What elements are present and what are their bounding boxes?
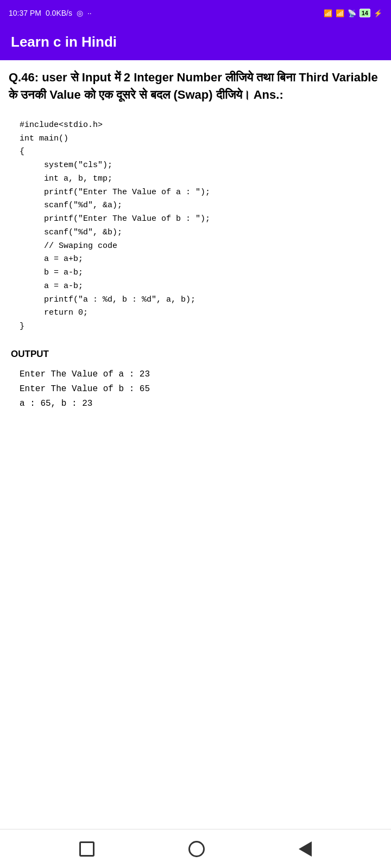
network-speed: 0.0KB/s [46, 9, 72, 17]
recent-apps-button[interactable] [79, 841, 94, 857]
recent-apps-icon [79, 841, 94, 857]
back-button[interactable] [299, 841, 312, 857]
status-bar: 10:37 PM 0.0KB/s ◎ ·· 📶 📶 📡 14 ⚡ [0, 0, 391, 26]
output-line-1: Enter The Value of a : 23 [20, 369, 150, 379]
app-title: Learn c in Hindi [11, 34, 117, 50]
question-text: Q.46: user से Input में 2 Integer Number… [9, 69, 382, 104]
bottom-nav [0, 829, 391, 868]
signal-icon-1: 📶 [324, 9, 332, 17]
battery-icon: 14 [360, 9, 370, 17]
back-triangle-icon [299, 841, 312, 857]
dots-icon: ·· [87, 9, 92, 17]
wifi-icon: 📡 [348, 9, 356, 17]
output-line-2: Enter The Value of b : 65 [20, 384, 150, 394]
output-block: Enter The Value of a : 23 Enter The Valu… [9, 367, 382, 412]
main-content: Q.46: user से Input में 2 Integer Number… [0, 60, 391, 420]
app-header: Learn c in Hindi [0, 26, 391, 60]
time-label: 10:37 PM [9, 9, 41, 17]
status-right: 📶 📶 📡 14 ⚡ [324, 9, 382, 17]
charging-icon: ⚡ [374, 9, 382, 17]
status-left: 10:37 PM 0.0KB/s ◎ ·· [9, 9, 92, 17]
home-icon [188, 841, 205, 857]
signal-icon-2: 📶 [336, 9, 344, 17]
home-button[interactable] [188, 841, 205, 857]
output-label: OUTPUT [9, 349, 382, 360]
output-line-3: a : 65, b : 23 [20, 399, 92, 409]
alarm-icon: ◎ [77, 9, 83, 17]
code-block: #include<stdio.h> int main() { system("c… [9, 114, 382, 338]
